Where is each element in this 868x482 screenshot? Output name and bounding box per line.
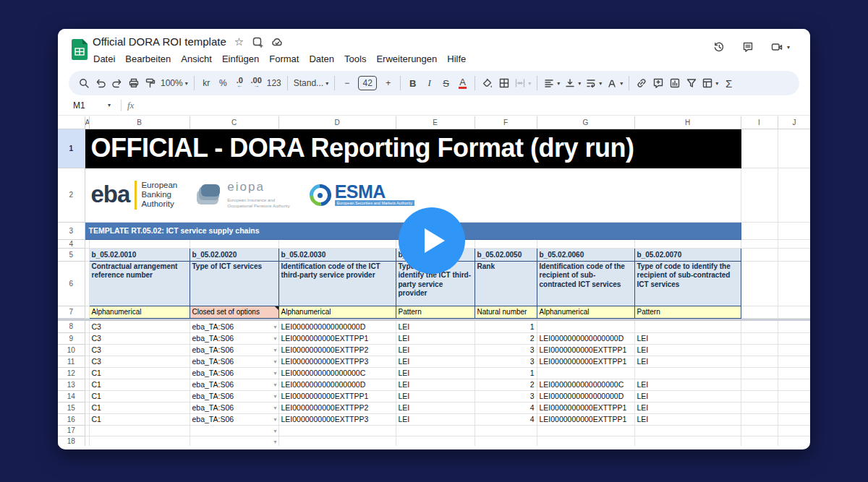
cell-desc-b_05.02.0020[interactable]: Type of ICT services xyxy=(190,261,278,306)
decrease-font-size-button[interactable]: − xyxy=(339,74,355,92)
vertical-align-button[interactable]: ▾ xyxy=(562,74,583,92)
dropdown-arrow-icon[interactable]: ▾ xyxy=(273,347,276,353)
row-header-8[interactable]: 8 xyxy=(58,321,85,332)
cell-D13[interactable]: LEI0000000000000000D xyxy=(278,379,396,390)
dropdown-arrow-icon[interactable]: ▾ xyxy=(273,324,276,330)
cell-J5[interactable] xyxy=(778,248,810,261)
cell-C9[interactable]: eba_TA:S06▾ xyxy=(190,332,278,344)
cell-J8[interactable] xyxy=(778,321,810,332)
row-header-13[interactable]: 13 xyxy=(58,379,85,390)
cell-C18[interactable]: ▾ xyxy=(190,436,278,446)
cell-type-b_05.02.0060[interactable]: Alphanumerical xyxy=(537,306,634,318)
row-header-5[interactable]: 5 xyxy=(58,248,85,261)
cell-D18[interactable] xyxy=(278,436,396,446)
cell-I6[interactable] xyxy=(741,261,778,306)
cell-C8[interactable]: eba_TA:S06▾ xyxy=(190,321,278,332)
dropdown-arrow-icon[interactable]: ▾ xyxy=(273,428,276,434)
insert-link-button[interactable] xyxy=(633,74,650,92)
column-header-E[interactable]: E xyxy=(396,116,475,129)
column-header-H[interactable]: H xyxy=(634,116,741,129)
cell-E8[interactable]: LEI xyxy=(396,321,475,332)
cell-desc-b_05.02.0060[interactable]: Identification code of the recipient of … xyxy=(537,261,634,306)
document-status-cloud-icon[interactable] xyxy=(271,36,283,48)
row-header-11[interactable]: 11 xyxy=(58,356,85,367)
cell-E18[interactable] xyxy=(396,436,475,446)
cell-C15[interactable]: eba_TA:S06▾ xyxy=(190,402,278,413)
cell-H16[interactable]: LEI xyxy=(634,413,741,425)
bold-button[interactable]: B xyxy=(404,74,421,92)
document-title[interactable]: Official DORA ROI template xyxy=(93,35,226,48)
cell-B12[interactable]: C1 xyxy=(89,367,190,379)
cell-I1[interactable] xyxy=(741,129,778,168)
cell-H12[interactable] xyxy=(634,367,741,379)
cell-code-b_05.02.0060[interactable]: b_05.02.0060 xyxy=(537,248,634,261)
cell-D10[interactable]: LEI0000000000EXTTPP2 xyxy=(278,344,396,356)
cell-E15[interactable]: LEI xyxy=(396,402,475,413)
cell-H9[interactable]: LEI xyxy=(634,332,741,344)
cell-F8[interactable]: 1 xyxy=(475,321,537,332)
cell-I12[interactable] xyxy=(741,367,778,379)
cell-type-b_05.02.0050[interactable]: Natural number xyxy=(475,306,537,318)
select-all-corner[interactable] xyxy=(58,116,85,129)
dropdown-arrow-icon[interactable]: ▾ xyxy=(273,405,276,411)
cell-type-b_05.02.0030[interactable]: Alphanumerical xyxy=(278,306,396,318)
cell-I7[interactable] xyxy=(741,306,778,318)
cell-I8[interactable] xyxy=(741,321,778,332)
cell-G9[interactable]: LEI0000000000000000D xyxy=(537,332,634,344)
dropdown-arrow-icon[interactable]: ▾ xyxy=(273,393,276,400)
cell-G10[interactable]: LEI0000000000EXTTPP1 xyxy=(537,344,634,356)
row-header-4[interactable]: 4 xyxy=(58,239,85,248)
column-header-I[interactable]: I xyxy=(741,116,778,129)
cell-D16[interactable]: LEI0000000000EXTTPP3 xyxy=(278,413,396,425)
cell-G14[interactable]: LEI0000000000000000D xyxy=(537,390,634,402)
cell-B8[interactable]: C3 xyxy=(89,321,190,332)
cell-J7[interactable] xyxy=(778,306,810,318)
cell-C13[interactable]: eba_TA:S06▾ xyxy=(190,379,278,390)
currency-format-button[interactable]: kr xyxy=(198,74,215,92)
cell-G15[interactable]: LEI0000000000EXTTPP1 xyxy=(537,402,634,413)
cell-B11[interactable]: C3 xyxy=(89,356,190,367)
undo-button[interactable] xyxy=(92,74,109,92)
menu-einfügen[interactable]: Einfügen xyxy=(217,52,264,66)
paint-format-button[interactable] xyxy=(142,74,158,92)
cell-J13[interactable] xyxy=(778,379,810,390)
row-header-17[interactable]: 17 xyxy=(58,425,85,436)
cell-J17[interactable] xyxy=(778,425,810,436)
cell-E11[interactable]: LEI xyxy=(396,356,475,367)
cell-C16[interactable]: eba_TA:S06▾ xyxy=(190,413,278,425)
cell-F14[interactable]: 3 xyxy=(475,390,537,402)
cell-I3[interactable] xyxy=(741,222,778,239)
cell-B18[interactable] xyxy=(89,436,190,446)
video-play-button[interactable] xyxy=(399,207,465,274)
cell-I13[interactable] xyxy=(741,379,778,390)
row-header-18[interactable]: 18 xyxy=(58,436,85,446)
cell-J1[interactable] xyxy=(778,129,810,168)
row-header-16[interactable]: 16 xyxy=(58,413,85,425)
print-button[interactable] xyxy=(125,74,142,92)
column-header-J[interactable]: J xyxy=(778,116,810,129)
zoom-select[interactable]: 100%▾ xyxy=(158,74,190,92)
borders-button[interactable] xyxy=(495,74,512,92)
cell-H8[interactable] xyxy=(634,321,741,332)
cell-E10[interactable]: LEI xyxy=(396,344,475,356)
insert-comment-button[interactable] xyxy=(650,74,666,92)
insert-chart-button[interactable] xyxy=(666,74,683,92)
cell-J10[interactable] xyxy=(778,344,810,356)
cell-B14[interactable]: C1 xyxy=(89,390,190,402)
cell-D14[interactable]: LEI0000000000EXTTPP1 xyxy=(278,390,396,402)
cell-F9[interactable]: 2 xyxy=(475,332,537,344)
cell-F10[interactable]: 3 xyxy=(475,344,537,356)
cell-B10[interactable]: C3 xyxy=(89,344,190,356)
cell-I17[interactable] xyxy=(741,425,778,436)
cell-G8[interactable] xyxy=(537,321,634,332)
menu-datei[interactable]: Datei xyxy=(88,52,120,66)
cell-D11[interactable]: LEI0000000000EXTTPP3 xyxy=(278,356,396,367)
text-rotation-button[interactable]: ▾ xyxy=(604,74,625,92)
cell-code-b_05.02.0030[interactable]: b_05.02.0030 xyxy=(278,248,396,261)
move-icon[interactable] xyxy=(252,36,263,48)
redo-button[interactable] xyxy=(109,74,125,92)
cell-B15[interactable]: C1 xyxy=(89,402,190,413)
cell-J18[interactable] xyxy=(778,436,810,446)
row-header-3[interactable]: 3 xyxy=(58,222,85,239)
cell-J15[interactable] xyxy=(778,402,810,413)
